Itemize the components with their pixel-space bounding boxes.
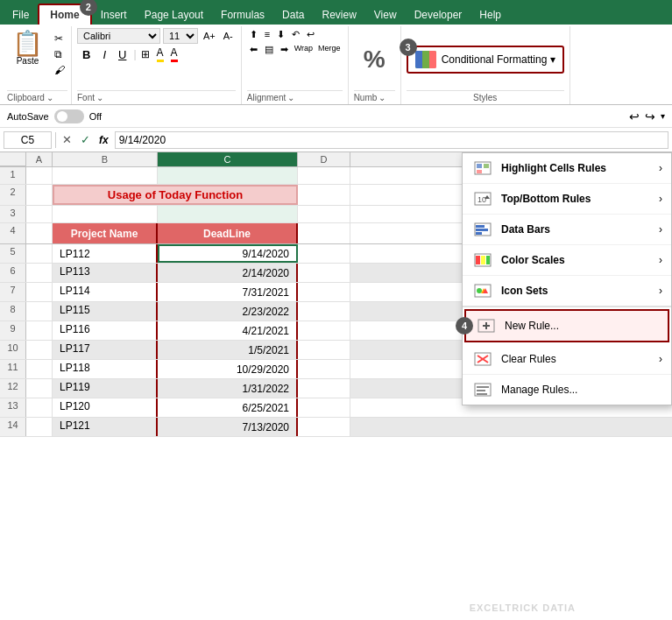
bold-button[interactable]: B	[77, 46, 95, 63]
clipboard-expand-icon[interactable]: ⌄	[46, 93, 53, 102]
cell-C1[interactable]	[158, 167, 298, 184]
formula-input[interactable]	[115, 131, 668, 149]
cell-D3[interactable]	[298, 206, 350, 222]
cell-A7[interactable]	[26, 283, 53, 301]
cell-B7[interactable]: LP114	[53, 283, 158, 301]
cell-reference[interactable]	[4, 131, 52, 149]
cell-C12[interactable]: 1/31/2022	[158, 379, 298, 398]
cell-D5[interactable]	[298, 244, 350, 263]
cell-C7[interactable]: 7/31/2021	[158, 283, 298, 301]
tab-view[interactable]: View	[365, 5, 406, 25]
cell-B12[interactable]: LP119	[53, 379, 158, 398]
align-left-button[interactable]: ⬅	[247, 43, 260, 56]
cell-D2[interactable]	[298, 185, 350, 205]
col-header-A[interactable]: A	[26, 152, 53, 166]
underline-button[interactable]: U	[113, 46, 131, 63]
menu-item-new-rule[interactable]: New Rule... 4	[464, 309, 669, 342]
tab-review[interactable]: Review	[313, 5, 364, 25]
autosave-toggle[interactable]	[54, 109, 84, 123]
undo-button[interactable]: ↩	[629, 109, 640, 123]
cell-C9[interactable]: 4/21/2021	[158, 321, 298, 340]
tab-insert[interactable]: Insert	[92, 5, 136, 25]
menu-item-top-bottom[interactable]: 10 Top/Bottom Rules ›	[463, 184, 671, 215]
decrease-font-button[interactable]: A-	[221, 29, 236, 43]
cell-A1[interactable]	[26, 167, 53, 184]
col-header-C[interactable]: C	[158, 152, 298, 166]
cell-B4[interactable]: Project Name	[53, 223, 158, 243]
conditional-formatting-button[interactable]: Conditional Formatting ▾ 3	[407, 46, 564, 74]
cell-A10[interactable]	[26, 341, 53, 359]
cell-C14[interactable]: 7/13/2020	[158, 418, 298, 436]
cell-D12[interactable]	[298, 379, 350, 398]
cell-C8[interactable]: 2/23/2022	[158, 302, 298, 321]
alignment-expand-icon[interactable]: ⌄	[287, 93, 294, 102]
cell-D4[interactable]	[298, 223, 350, 243]
menu-item-icon-sets[interactable]: Icon Sets ›	[463, 276, 671, 307]
align-top-button[interactable]: ⬆	[247, 28, 260, 41]
tab-file[interactable]: File	[4, 5, 38, 25]
cell-A11[interactable]	[26, 360, 53, 378]
menu-item-color-scales[interactable]: Color Scales ›	[463, 245, 671, 276]
tab-page-layout[interactable]: Page Layout	[136, 5, 212, 25]
cell-A4[interactable]	[26, 223, 53, 243]
cell-C5[interactable]: 9/14/2020	[158, 244, 298, 263]
cell-C4[interactable]: DeadLine	[158, 223, 298, 243]
cell-D7[interactable]	[298, 283, 350, 301]
increase-font-button[interactable]: A+	[201, 29, 218, 43]
font-color-button[interactable]: A	[168, 46, 180, 63]
cut-button[interactable]: ✂	[52, 32, 67, 46]
text-direction-button[interactable]: ↶	[289, 28, 302, 41]
wrap-text-button[interactable]: Wrap	[293, 43, 315, 56]
number-expand-icon[interactable]: ⌄	[378, 93, 386, 102]
tab-developer[interactable]: Developer	[406, 5, 471, 25]
menu-item-manage-rules[interactable]: Manage Rules...	[463, 375, 671, 405]
cell-D14[interactable]	[298, 418, 350, 436]
cell-D11[interactable]	[298, 360, 350, 378]
paste-button[interactable]: 📋 Paste	[7, 28, 48, 69]
cell-D6[interactable]	[298, 264, 350, 282]
cell-C13[interactable]: 6/25/2021	[158, 398, 298, 417]
fill-color-button[interactable]: A	[154, 46, 166, 63]
cell-A9[interactable]	[26, 321, 53, 340]
cell-C10[interactable]: 1/5/2021	[158, 341, 298, 359]
col-header-D[interactable]: D	[298, 152, 350, 166]
cell-C6[interactable]: 2/14/2020	[158, 264, 298, 282]
align-middle-button[interactable]: ≡	[262, 28, 272, 41]
cell-D1[interactable]	[298, 167, 350, 184]
font-name-select[interactable]: Calibri	[77, 28, 160, 44]
cell-B9[interactable]: LP116	[53, 321, 158, 340]
menu-item-clear-rules[interactable]: Clear Rules ›	[463, 344, 671, 375]
cell-B1[interactable]	[53, 167, 158, 184]
font-size-select[interactable]: 11	[163, 28, 198, 44]
menu-item-data-bars[interactable]: Data Bars ›	[463, 215, 671, 245]
cell-A6[interactable]	[26, 264, 53, 282]
cell-C3[interactable]	[158, 206, 298, 222]
cell-D8[interactable]	[298, 302, 350, 321]
align-right-button[interactable]: ➡	[278, 43, 291, 56]
font-expand-icon[interactable]: ⌄	[96, 93, 103, 102]
italic-button[interactable]: I	[97, 46, 111, 63]
undo-arrow[interactable]: ▾	[661, 111, 665, 121]
format-painter-button[interactable]: 🖌	[52, 63, 67, 77]
confirm-formula-button[interactable]: ✓	[78, 133, 93, 146]
cell-C11[interactable]: 10/29/2020	[158, 360, 298, 378]
cell-B3[interactable]	[53, 206, 158, 222]
cell-A3[interactable]	[26, 206, 53, 222]
cell-D10[interactable]	[298, 341, 350, 359]
border-button[interactable]: ⊞	[138, 47, 152, 61]
tab-home[interactable]: Home 2	[38, 4, 91, 25]
tab-data[interactable]: Data	[273, 5, 313, 25]
insert-function-button[interactable]: fx	[96, 134, 111, 146]
cell-B13[interactable]: LP120	[53, 398, 158, 417]
cell-B14[interactable]: LP121	[53, 418, 158, 436]
align-bottom-button[interactable]: ⬇	[274, 28, 287, 41]
cell-A14[interactable]	[26, 418, 53, 436]
cell-B11[interactable]: LP118	[53, 360, 158, 378]
cell-A8[interactable]	[26, 302, 53, 321]
number-format-button[interactable]: %	[364, 46, 386, 74]
tab-formulas[interactable]: Formulas	[212, 5, 273, 25]
cell-A5[interactable]	[26, 244, 53, 263]
indent-button[interactable]: ↩	[304, 28, 317, 41]
col-header-B[interactable]: B	[53, 152, 158, 166]
copy-button[interactable]: ⧉	[52, 47, 67, 61]
